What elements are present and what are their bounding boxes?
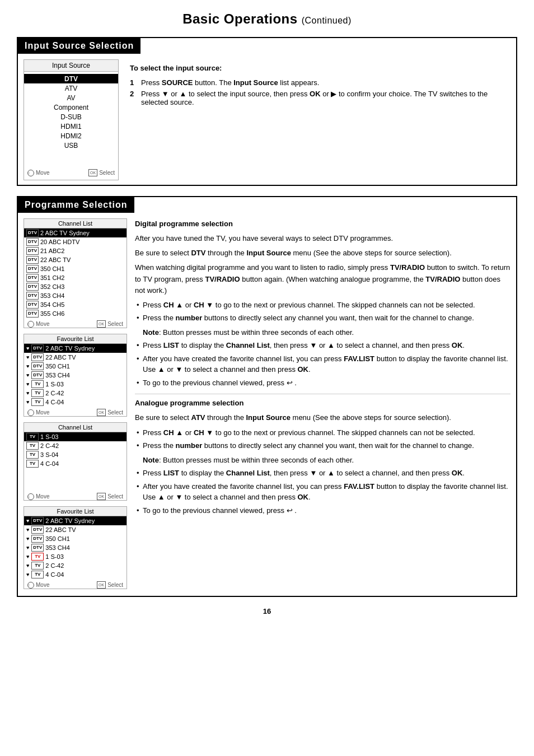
ch-item[interactable]: TV 2 C-42 [24, 441, 127, 450]
fav-icon: ♥ [26, 563, 29, 568]
favourite-list-2: Favourite List ♥ DTV 2 ABC TV Sydney ♥ D… [24, 506, 127, 589]
fav-item[interactable]: ♥ DTV 2 ABC TV Sydney [24, 344, 127, 353]
fav-item[interactable]: ♥ DTV 2 ABC TV Sydney [24, 516, 127, 525]
fav-item[interactable]: ♥ DTV 353 CH4 [24, 543, 127, 552]
input-source-item-atv[interactable]: ATV [24, 83, 118, 93]
ch-item[interactable]: DTV 354 CH5 [24, 300, 127, 309]
input-source-panel-footer: ↕ Move OK Select [24, 167, 118, 176]
bullet-item: After you have created the favorite chan… [135, 353, 510, 375]
fav-item[interactable]: ♥ TV 1 S-03 [24, 380, 127, 389]
channel-list-2: Channel List TV 1 S-03 TV 2 C-42 TV 3 S-… [24, 422, 127, 501]
move-icon: ↕ [27, 409, 34, 416]
fav-item[interactable]: ♥ DTV 353 CH4 [24, 371, 127, 380]
programme-section: Programme Selection Channel List DTV 2 A… [17, 196, 517, 597]
ok-icon: OK [97, 581, 106, 589]
programme-instructions: Digital programme selection After you ha… [135, 218, 510, 589]
fav-item[interactable]: ♥ TV 4 C-04 [24, 398, 127, 407]
ch-item[interactable]: TV 1 S-03 [24, 432, 127, 441]
ch-item[interactable]: DTV 350 CH1 [24, 264, 127, 273]
fav-icon: ♥ [26, 346, 29, 351]
bullet-item: Press CH ▲ or CH ▼ to go to the next or … [135, 300, 510, 311]
tv-badge: TV [26, 460, 39, 468]
ch-item[interactable]: DTV 352 CH3 [24, 282, 127, 291]
dtv-badge: DTV [31, 535, 44, 543]
bullet-item: To go to the previous channel viewed, pr… [135, 505, 510, 516]
bullet-item: Press LIST to display the Channel List, … [135, 468, 510, 479]
bullet-item: To go to the previous channel viewed, pr… [135, 377, 510, 389]
fav-item[interactable]: ♥ TV 4 C-04 [24, 570, 127, 579]
fav-item[interactable]: ♥ TV 2 C-42 [24, 389, 127, 398]
ok-icon: OK [97, 409, 106, 416]
dtv-badge: DTV [26, 274, 39, 282]
input-source-header: Input Source Selection [18, 38, 140, 54]
fav-icon: ♥ [26, 381, 29, 387]
digital-title: Digital programme selection [135, 218, 510, 230]
page-number: 16 [17, 607, 517, 615]
fav-icon: ♥ [26, 372, 29, 378]
fav-icon: ♥ [26, 536, 29, 542]
ch-item[interactable]: DTV 2 ABC TV Sydney [24, 228, 127, 237]
instructions-title: To select the input source: [130, 63, 510, 74]
input-source-item-component[interactable]: Component [24, 102, 118, 112]
dtv-badge: DTV [26, 310, 39, 318]
fav-item[interactable]: ♥ DTV 22 ABC TV [24, 353, 127, 362]
ch-item[interactable]: DTV 353 CH4 [24, 291, 127, 300]
favourite-list-2-footer: ↕ Move OK Select [24, 579, 127, 589]
section-divider [135, 394, 510, 394]
input-source-item-dsub[interactable]: D-SUB [24, 112, 118, 122]
channel-list-2-title: Channel List [24, 423, 127, 432]
fav-item[interactable]: ♥ DTV 22 ABC TV [24, 525, 127, 534]
fav-item[interactable]: ♥ DTV 350 CH1 [24, 534, 127, 543]
bullet-item: Press LIST to display the Channel List, … [135, 340, 510, 351]
analogue-title: Analogue programme selection [135, 398, 510, 409]
move-icon: ↕ [27, 493, 34, 500]
tv-badge: TV [31, 398, 44, 406]
analogue-p1: Be sure to select ATV through the Input … [135, 412, 510, 423]
input-source-section: Input Source Selection Input Source DTV … [17, 37, 517, 186]
dtv-badge: DTV [26, 301, 39, 309]
fav-icon: ♥ [26, 399, 29, 405]
favourite-list-1: Favourite List ♥ DTV 2 ABC TV Sydney ♥ D… [24, 334, 127, 417]
favourite-list-2-title: Favourite List [24, 507, 127, 516]
fav-item[interactable]: ♥ TV 1 S-03 [24, 552, 127, 561]
dtv-badge: DTV [26, 229, 39, 237]
input-source-item-dtv[interactable]: DTV [24, 74, 118, 83]
favourite-list-1-footer: ↕ Move OK Select [24, 407, 127, 416]
ch-item[interactable]: TV 4 C-04 [24, 459, 127, 468]
input-source-item-hdmi1[interactable]: HDMI1 [24, 122, 118, 131]
dtv-badge: DTV [31, 526, 44, 534]
ch-item[interactable]: DTV 355 CH6 [24, 309, 127, 318]
digital-p3: When watching digital programme and you … [135, 262, 510, 296]
input-source-panel: Input Source DTV ATV AV Component D-SUB … [24, 59, 119, 180]
analogue-bullets: Press CH ▲ or CH ▼ to go to the next or … [135, 427, 510, 451]
programme-header: Programme Selection [18, 197, 134, 213]
fav-item[interactable]: ♥ TV 2 C-42 [24, 561, 127, 570]
digital-bullets: Press CH ▲ or CH ▼ to go to the next or … [135, 300, 510, 324]
tv-badge: TV [31, 389, 44, 397]
input-source-content: Input Source DTV ATV AV Component D-SUB … [18, 59, 516, 180]
tv-badge: TV [31, 562, 44, 570]
move-icon-label: ↕ Move [27, 169, 49, 176]
fav-item[interactable]: ♥ DTV 350 CH1 [24, 362, 127, 371]
select-icon-label: OK Select [88, 169, 115, 176]
select-icon: OK [88, 169, 97, 176]
dtv-badge: DTV [31, 517, 44, 525]
ch-item[interactable]: DTV 351 CH2 [24, 273, 127, 282]
dtv-badge: DTV [26, 292, 39, 300]
ch-item[interactable]: DTV 21 ABC2 [24, 246, 127, 255]
dtv-badge: DTV [26, 247, 39, 255]
dtv-badge: DTV [31, 353, 44, 361]
input-source-item-av[interactable]: AV [24, 93, 118, 102]
bullet-item: Press the number buttons to directly sel… [135, 440, 510, 451]
fav-icon: ♥ [26, 572, 29, 577]
dtv-badge: DTV [31, 344, 44, 352]
ok-icon: OK [97, 493, 106, 500]
fav-icon: ♥ [26, 527, 29, 533]
ch-item[interactable]: TV 3 S-04 [24, 450, 127, 459]
ch-item[interactable]: DTV 20 ABC HDTV [24, 237, 127, 246]
channel-list-1-footer: ↕ Move OK Select [24, 318, 127, 328]
dtv-badge: DTV [26, 265, 39, 273]
input-source-item-hdmi2[interactable]: HDMI2 [24, 131, 118, 141]
ch-item[interactable]: DTV 22 ABC TV [24, 255, 127, 264]
input-source-item-usb[interactable]: USB [24, 141, 118, 150]
